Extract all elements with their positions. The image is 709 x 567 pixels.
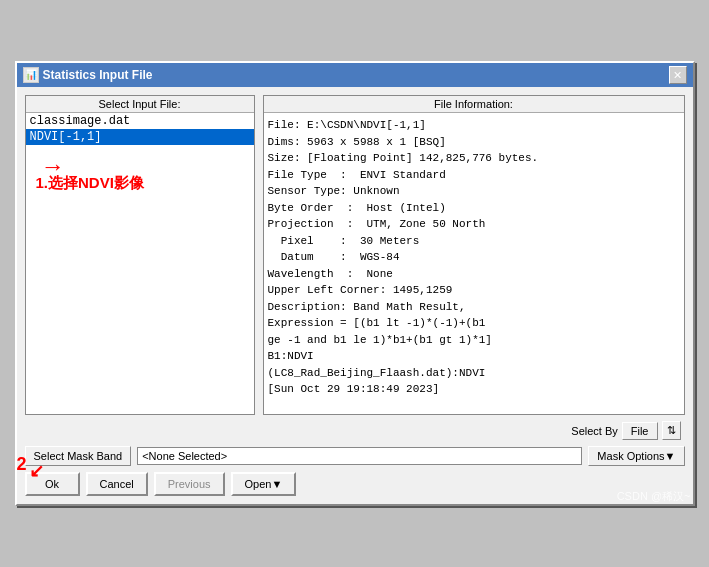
select-by-file-button[interactable]: File	[622, 422, 658, 440]
annotation-arrow2: ↙	[29, 460, 44, 482]
file-item-ndvi[interactable]: NDVI[-1,1]	[26, 129, 254, 145]
watermark: CSDN @稀汉~	[617, 489, 691, 504]
bottom-buttons-row: 2 ↙ Ok Cancel Previous Open▼	[25, 472, 685, 496]
select-by-row: Select By File ⇅	[25, 421, 685, 440]
mask-input[interactable]	[137, 447, 582, 465]
statistics-input-dialog: 📊 Statistics Input File ✕ Select Input F…	[15, 61, 695, 506]
open-button[interactable]: Open▼	[231, 472, 297, 496]
close-button[interactable]: ✕	[669, 66, 687, 84]
title-bar: 📊 Statistics Input File ✕	[17, 63, 693, 87]
select-by-label: Select By	[571, 425, 617, 437]
right-panel: File Information: File: E:\CSDN\NDVI[-1,…	[263, 95, 685, 415]
previous-button[interactable]: Previous	[154, 472, 225, 496]
left-panel: Select Input File: classimage.dat NDVI[-…	[25, 95, 255, 415]
file-info-content: File: E:\CSDN\NDVI[-1,1] Dims: 5963 x 59…	[264, 113, 684, 414]
left-panel-title: Select Input File:	[26, 96, 254, 113]
panels-row: Select Input File: classimage.dat NDVI[-…	[25, 95, 685, 415]
right-panel-title: File Information:	[264, 96, 684, 113]
sort-button[interactable]: ⇅	[662, 421, 681, 440]
window-title: Statistics Input File	[43, 68, 153, 82]
mask-options-button[interactable]: Mask Options▼	[588, 446, 684, 466]
annotation-number2: 2	[17, 454, 27, 475]
window-content: Select Input File: classimage.dat NDVI[-…	[17, 87, 693, 504]
cancel-button[interactable]: Cancel	[86, 472, 148, 496]
file-list[interactable]: classimage.dat NDVI[-1,1]	[26, 113, 254, 414]
window-icon: 📊	[23, 67, 39, 83]
mask-row: Select Mask Band Mask Options▼	[25, 446, 685, 466]
title-bar-left: 📊 Statistics Input File	[23, 67, 153, 83]
file-item-classimage[interactable]: classimage.dat	[26, 113, 254, 129]
